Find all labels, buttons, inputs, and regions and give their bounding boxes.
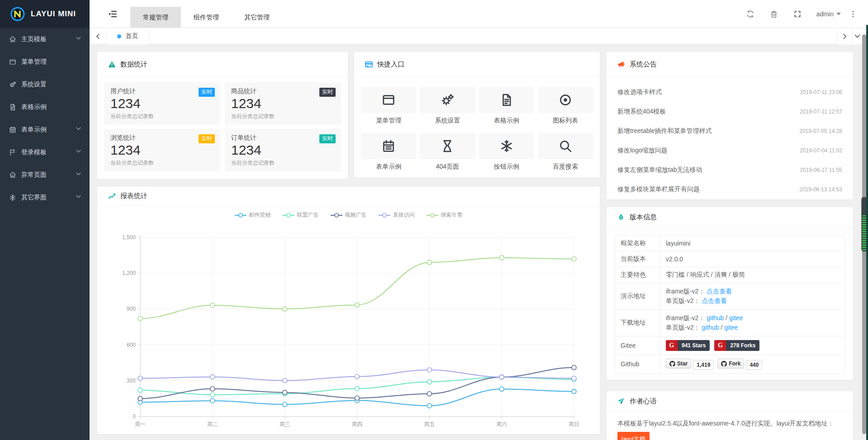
version-value: v2.0.0	[666, 255, 683, 263]
sidebar-item-system-setting[interactable]: 系统设置	[0, 73, 90, 96]
chart-legend: 邮件营销联盟广告视频广告直接访问搜索引擎	[97, 211, 600, 219]
card-title: 作者心语	[630, 397, 657, 406]
announcement-text: 修改选项卡样式	[617, 88, 662, 96]
version-row-label: 演示地址	[615, 283, 660, 310]
quick-entry-page-404[interactable]: 404页面	[420, 133, 475, 171]
user-menu[interactable]: admin	[816, 10, 841, 18]
legend-item-3[interactable]: 视频广告	[331, 211, 367, 219]
github-star-count[interactable]: 1,419	[693, 360, 714, 370]
chevron-down-icon	[76, 37, 81, 42]
quick-entry-system-setting[interactable]: 系统设置	[420, 87, 475, 125]
leaf-icon	[617, 213, 625, 221]
app-logo[interactable]: LAYUI MINI	[0, 0, 90, 28]
gitee-badge-label: 941 Stars	[678, 340, 710, 351]
announcement-item[interactable]: 新增系统404模板2019-07-11 12:57	[607, 102, 853, 121]
announcement-date: 2019-07-11 12:57	[800, 109, 842, 115]
card-version-header: 版本信息	[607, 207, 853, 227]
github-button-label: Star	[677, 360, 688, 367]
sidebar-item-menu-manage[interactable]: 菜单管理	[0, 51, 90, 73]
announcement-text: 修改logo缩放问题	[617, 147, 667, 155]
quick-entry-button-demo[interactable]: 按钮示例	[479, 133, 534, 171]
card-report-header: 报表统计	[97, 187, 600, 206]
sidebar-item-table-demo[interactable]: 表格示例	[0, 96, 90, 118]
sidebar-item-label: 表格示例	[21, 103, 81, 111]
chevron-down-icon	[76, 127, 81, 132]
github-fork-button[interactable]: Fork	[717, 359, 744, 369]
svg-text:周五: 周五	[424, 421, 435, 427]
legend-item-1[interactable]: 邮件营销	[235, 211, 271, 219]
legend-item-5[interactable]: 搜索引擎	[427, 211, 463, 219]
stat-description: 当前分类总记录数	[110, 113, 214, 120]
version-row-label: 下载地址	[615, 310, 660, 336]
version-row-当前版本: 当前版本v2.0.0	[615, 251, 845, 267]
announcement-item[interactable]: 新增treetable插件和菜单管理样式2019-07-05 14:28	[607, 121, 853, 141]
announcement-item[interactable]: 修复左侧菜单缩放tab无法移动2019-06-17 11:55	[607, 160, 853, 180]
realtime-badge: 实时	[319, 134, 336, 143]
announcement-item[interactable]: 修改选项卡样式2019-07-11 23:06	[607, 82, 853, 102]
hourglass-icon	[420, 133, 475, 159]
link-gitee[interactable]: gitee	[729, 314, 743, 322]
quick-entry-baidu-search[interactable]: 百度搜索	[538, 133, 593, 171]
layui-doc-button[interactable]: layui文档	[617, 432, 650, 440]
card-data-statistics: 数据统计 用户统计1234当前分类总记录数实时商品统计1234当前分类总记录数实…	[97, 52, 348, 179]
github-fork-count[interactable]: 440	[746, 360, 762, 370]
quick-entry-icon-list[interactable]: 图标列表	[538, 87, 593, 125]
card-quick-entry-header: 快捷入口	[354, 52, 600, 77]
page-tabbar: 首页	[90, 28, 868, 44]
sidebar-item-login-template[interactable]: 登录模板	[0, 141, 90, 164]
sidebar-item-home-template[interactable]: 主页模板	[0, 28, 90, 51]
announcement-list: 修改选项卡样式2019-07-11 23:06新增系统404模板2019-07-…	[607, 77, 853, 199]
refresh-icon[interactable]	[746, 10, 754, 18]
card-title: 数据统计	[120, 60, 147, 69]
gitee-badge[interactable]: G278 Forks	[714, 340, 759, 351]
quick-entry-form-demo[interactable]: 表单示例	[361, 133, 416, 171]
quick-entry-label: 图标列表	[538, 116, 593, 125]
sidebar-item-other-ui[interactable]: 其它界面	[0, 186, 90, 209]
github-star-button[interactable]: Star	[666, 359, 691, 369]
fullscreen-icon[interactable]	[793, 10, 802, 18]
announcement-text: 修复多模块菜单栏展开有问题	[617, 185, 700, 194]
gitee-badge[interactable]: G941 Stars	[666, 340, 710, 351]
tab-scroll-left-button[interactable]	[90, 28, 106, 44]
more-options-icon[interactable]	[849, 10, 857, 18]
collapse-menu-icon[interactable]	[108, 9, 118, 19]
stat-description: 当前分类总记录数	[231, 159, 335, 167]
sidebar-item-form-demo[interactable]: 表单示例	[0, 118, 90, 141]
card-version-info: 版本信息 框架名称layuimini当前版本v2.0.0主要特色零门槛 / 响应…	[607, 207, 853, 380]
report-line-chart[interactable]: 03006009001,2001,500周一周二周三周四周五周六周日	[97, 206, 600, 434]
quick-entry-menu-manage[interactable]: 菜单管理	[361, 87, 416, 125]
stats-grid: 用户统计1234当前分类总记录数实时商品统计1234当前分类总记录数实时浏览统计…	[97, 77, 348, 177]
header-tab-general[interactable]: 常规管理	[130, 7, 181, 28]
quick-entry-table-demo[interactable]: 表格示例	[479, 87, 534, 125]
home-icon	[9, 36, 17, 43]
link-点击查看[interactable]: 点击查看	[707, 288, 732, 295]
author-line1-text: 本模板基于layui2.5.4以及font-awesome-4.7.0进行实现。…	[617, 420, 834, 427]
gitee-logo: G	[714, 340, 726, 351]
announcement-item[interactable]: 修改logo缩放问题2019-07-04 11:02	[607, 141, 853, 160]
svg-text:周一: 周一	[135, 421, 146, 427]
tab-home[interactable]: 首页	[106, 28, 149, 44]
legend-label: 视频广告	[345, 211, 367, 219]
svg-text:1,500: 1,500	[122, 234, 136, 241]
tab-scroll-right-button[interactable]	[837, 28, 852, 44]
version-row-label: 当前版本	[615, 251, 660, 267]
clear-cache-icon[interactable]	[770, 10, 778, 18]
chevron-down-icon	[836, 13, 841, 15]
link-点击查看[interactable]: 点击查看	[702, 297, 727, 304]
sidebar: LAYUI MINI 主页模板菜单管理系统设置表格示例表单示例登录模板异常页面其…	[0, 0, 90, 440]
calendar-icon	[361, 133, 416, 159]
legend-item-4[interactable]: 直接访问	[379, 211, 415, 219]
header-tab-component[interactable]: 组件管理	[181, 7, 232, 28]
link-github[interactable]: github	[707, 314, 724, 322]
link-github[interactable]: github	[702, 324, 719, 331]
card-title: 快捷入口	[377, 60, 404, 69]
legend-label: 邮件营销	[249, 211, 271, 219]
announcement-item[interactable]: 修复多模块菜单栏展开有问题2019-06-13 14:53	[607, 180, 853, 199]
legend-item-2[interactable]: 联盟广告	[283, 211, 319, 219]
tab-operations-dropdown[interactable]	[852, 28, 862, 44]
sidebar-item-error-page[interactable]: 异常页面	[0, 164, 90, 186]
link-prefix: 单页版-v2：	[666, 324, 700, 331]
chevron-down-icon	[76, 172, 81, 178]
link-gitee[interactable]: gitee	[724, 324, 738, 331]
header-tab-other[interactable]: 其它管理	[232, 7, 282, 28]
